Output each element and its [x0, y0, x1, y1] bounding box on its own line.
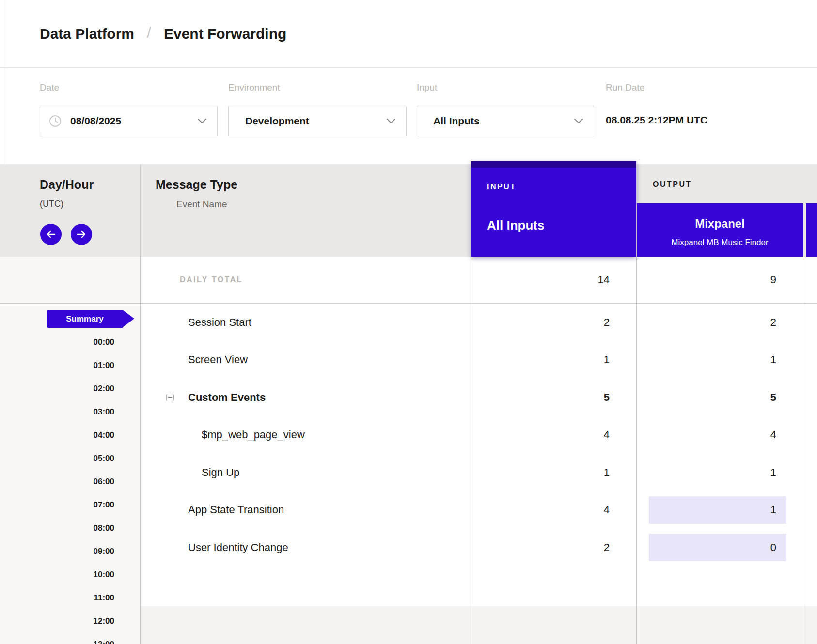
row-output-cell: 0: [636, 529, 803, 567]
row-name: Custom Events: [188, 379, 266, 416]
input-filter-label: Input: [417, 82, 437, 93]
message-type-rows: Session Start 2 2 Screen View 1 1 Custom…: [0, 304, 817, 567]
chevron-down-icon[interactable]: [387, 117, 395, 125]
row-output-value: 4: [636, 416, 803, 454]
top-bar: Data Platform / Event Forwarding: [0, 0, 817, 68]
hour-item[interactable]: 12:00: [0, 610, 114, 633]
next-day-button[interactable]: [71, 224, 92, 245]
arrow-left-icon: [46, 230, 56, 238]
output-column-header[interactable]: Mixpanel Mixpanel MB Music Finder: [637, 203, 803, 257]
row-name: Session Start: [188, 304, 251, 341]
day-hour-timezone: (UTC): [40, 199, 63, 209]
hour-item[interactable]: 10:00: [0, 563, 114, 586]
table-footer-area: [140, 606, 817, 644]
table-row: App State Transition 4 1: [0, 491, 817, 529]
row-name: Screen View: [188, 341, 248, 379]
row-input-value: 2: [471, 529, 636, 567]
breadcrumb: Data Platform / Event Forwarding: [40, 0, 286, 67]
input-dropdown[interactable]: All Inputs: [417, 106, 594, 136]
day-hour-header: Day/Hour: [40, 178, 94, 192]
row-input-value: 5: [471, 379, 636, 416]
row-name: User Identity Change: [188, 529, 288, 567]
environment-dropdown[interactable]: Development: [228, 106, 407, 136]
highlighted-output-value: 0: [649, 534, 786, 561]
row-input-value: 2: [471, 304, 636, 341]
row-input-value: 4: [471, 416, 636, 454]
date-filter-label: Date: [40, 82, 59, 93]
message-type-header: Message Type: [156, 178, 237, 192]
environment-value: Development: [245, 115, 309, 127]
column-divider: [140, 164, 141, 644]
previous-day-button[interactable]: [40, 224, 62, 245]
chevron-down-icon[interactable]: [198, 117, 206, 125]
daily-total-label: DAILY TOTAL: [180, 257, 243, 303]
output-column-subtitle: Mixpanel MB Music Finder: [637, 238, 803, 247]
row-output-value: 5: [636, 379, 803, 416]
table-row: Session Start 2 2: [0, 304, 817, 341]
row-input-value: 1: [471, 454, 636, 491]
daily-total-input-value: 14: [471, 257, 636, 303]
run-date-value: 08.08.25 2:12PM UTC: [606, 114, 707, 126]
row-input-value: 1: [471, 341, 636, 379]
row-output-cell: 1: [636, 491, 803, 529]
row-output-value: 1: [636, 341, 803, 379]
row-name: $mp_web_page_view: [202, 416, 305, 454]
output-column-title: Mixpanel: [637, 217, 803, 230]
collapse-minus-icon[interactable]: [166, 394, 174, 401]
row-output-value: 1: [636, 454, 803, 491]
table-row-nested: $mp_web_page_view 4 4: [0, 416, 817, 454]
daily-total-output-value: 9: [636, 257, 803, 303]
page-title: Event Forwarding: [164, 26, 286, 42]
input-section-label: INPUT: [487, 183, 517, 191]
daily-total-row: DAILY TOTAL 14 9: [0, 257, 817, 304]
row-output-value: 2: [636, 304, 803, 341]
input-value: All Inputs: [433, 115, 480, 127]
event-forwarding-page: Data Platform / Event Forwarding Date En…: [0, 0, 817, 644]
date-value: 08/08/2025: [70, 115, 121, 127]
run-date-label: Run Date: [606, 82, 644, 93]
environment-filter-label: Environment: [228, 82, 280, 93]
column-divider: [803, 203, 803, 644]
event-name-subheader: Event Name: [176, 199, 227, 210]
hour-item[interactable]: 13:00: [0, 633, 114, 644]
table-row-group: Custom Events 5 5: [0, 379, 817, 416]
chevron-down-icon[interactable]: [574, 117, 583, 125]
table-row: Screen View 1 1: [0, 341, 817, 379]
input-column-header[interactable]: INPUT All Inputs: [471, 161, 636, 257]
next-output-column-partial: [806, 203, 817, 257]
input-column-title: All Inputs: [487, 218, 544, 233]
table-row-nested: Sign Up 1 1: [0, 454, 817, 491]
breadcrumb-separator: /: [147, 24, 151, 42]
hour-item[interactable]: 11:00: [0, 586, 114, 610]
clock-icon: [49, 115, 62, 127]
row-name: App State Transition: [188, 491, 284, 529]
row-input-value: 4: [471, 491, 636, 529]
row-name: Sign Up: [202, 454, 239, 491]
column-divider: [471, 257, 471, 644]
output-section-label: OUTPUT: [653, 180, 692, 189]
highlighted-output-value: 1: [649, 496, 786, 524]
column-divider: [636, 257, 637, 644]
arrow-right-icon: [76, 230, 87, 238]
table-row: User Identity Change 2 0: [0, 529, 817, 567]
breadcrumb-section[interactable]: Data Platform: [40, 26, 134, 42]
date-dropdown[interactable]: 08/08/2025: [40, 106, 218, 136]
